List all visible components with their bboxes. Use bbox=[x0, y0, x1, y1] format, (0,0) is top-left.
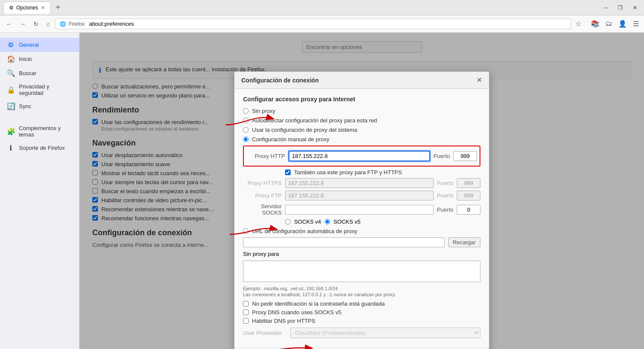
radio-manual-input[interactable] bbox=[243, 137, 249, 142]
sidebar-label-complementos: Complementos y temas bbox=[19, 125, 72, 138]
socks-input[interactable] bbox=[285, 205, 434, 215]
inicio-icon: 🏠 bbox=[7, 55, 15, 63]
proxy-http-port-label: Puerto bbox=[434, 153, 450, 159]
also-ftp-checkbox[interactable] bbox=[285, 170, 291, 175]
url-box[interactable]: 🌐 Firefox about:preferences bbox=[55, 18, 571, 29]
sidebar-label-general: General bbox=[19, 42, 39, 48]
account-icon[interactable]: 👤 bbox=[617, 19, 629, 29]
radio-no-proxy: Sin proxy bbox=[243, 108, 480, 114]
radio-system-label: Usar la configuración de proxy del siste… bbox=[252, 127, 357, 133]
dialog-close-button[interactable]: ✕ bbox=[477, 76, 482, 84]
socks-label: Servidor SOCKS bbox=[243, 203, 282, 216]
sidebar-label-buscar: Buscar bbox=[19, 70, 36, 76]
collections-icon[interactable]: 📚 bbox=[589, 19, 601, 29]
sidebar-label-privacidad: Privacidad y seguridad bbox=[19, 83, 72, 96]
home-button[interactable]: ⌂ bbox=[44, 20, 52, 28]
sidebar-item-soporte[interactable]: ℹ Soporte de Firefox bbox=[0, 141, 79, 155]
https-dns-row: Habilitar DNS por HTTPS bbox=[243, 318, 480, 324]
proxy-ftp-label: Proxy FTP bbox=[243, 192, 282, 199]
url-auto-radio-row: URL de configuración automática de proxy bbox=[243, 228, 480, 234]
restore-button[interactable]: ❐ bbox=[614, 4, 626, 12]
radio-system-input[interactable] bbox=[243, 127, 249, 133]
proxy-ftp-port-label: Puerto bbox=[437, 192, 453, 199]
also-ftp-label: También usa este proxy para FTP y HTTPS bbox=[294, 169, 402, 176]
provider-row: Usar Proveedor Cloudflare (Predeterminad… bbox=[243, 328, 480, 338]
proxy-https-label: Proxy HTTPS bbox=[243, 180, 282, 186]
tab-close-button[interactable]: ✕ bbox=[41, 5, 45, 11]
star-icon[interactable]: ☆ bbox=[574, 19, 583, 29]
https-dns-label: Habilitar DNS por HTTPS bbox=[252, 318, 315, 324]
toolbar-icons: 📚 🗂 👤 ☰ bbox=[589, 19, 641, 29]
url-config-input[interactable] bbox=[243, 237, 445, 247]
proxy-https-port-input bbox=[457, 178, 480, 188]
also-ftp-row: También usa este proxy para FTP y HTTPS bbox=[285, 169, 480, 176]
url-browser-label: Firefox bbox=[69, 21, 85, 27]
tab-bar: ⚙ Opciones ✕ + bbox=[3, 1, 64, 14]
socks-port-input[interactable] bbox=[457, 205, 480, 215]
tab-title: Opciones bbox=[16, 5, 38, 11]
socks-v5-radio[interactable] bbox=[325, 219, 330, 225]
no-id-checkbox[interactable] bbox=[243, 301, 249, 307]
socks-port-label: Puerto bbox=[437, 206, 453, 213]
socks-v4-radio[interactable] bbox=[285, 219, 291, 225]
url-text: about:preferences bbox=[89, 21, 134, 27]
url-auto-radio[interactable] bbox=[243, 228, 249, 234]
reload-button[interactable]: Recargar bbox=[448, 237, 480, 247]
dns-label: Proxy DNS cuando uses SOCKS v5 bbox=[252, 309, 341, 316]
dns-checkbox[interactable] bbox=[243, 310, 249, 315]
url-config-row: Recargar bbox=[243, 237, 480, 247]
radio-manual-label: Configuración manual de proxy bbox=[252, 136, 329, 143]
sidebar-item-sync[interactable]: 🔄 Sync bbox=[0, 99, 79, 113]
radio-auto-detect-label: Autodetectar configuración del proxy par… bbox=[252, 117, 377, 124]
address-bar: ← → ↻ ⌂ 🌐 Firefox about:preferences ☆ 📚 … bbox=[0, 15, 644, 33]
no-proxy-label: Sin proxy para bbox=[243, 251, 480, 257]
dialog-title: Configuración de conexión bbox=[241, 77, 319, 84]
proxy-ftp-input bbox=[285, 191, 434, 200]
socks-v4-label: SOCKS v4 bbox=[294, 219, 321, 225]
menu-icon[interactable]: ☰ bbox=[631, 19, 641, 29]
proxy-http-group: Proxy HTTP Puerto bbox=[243, 146, 480, 167]
dialog-body: Configurar accesos proxy para Internet S… bbox=[234, 89, 489, 348]
provider-label: Usar Proveedor bbox=[243, 330, 286, 336]
proxy-https-row: Proxy HTTPS Puerto bbox=[243, 178, 480, 188]
socks-version-row: SOCKS v4 SOCKS v5 bbox=[285, 219, 480, 225]
sidebar-item-complementos[interactable]: 🧩 Complementos y temas bbox=[0, 122, 79, 141]
browser-titlebar: ⚙ Opciones ✕ + ─ ❐ ✕ bbox=[0, 0, 644, 15]
forward-button[interactable]: → bbox=[17, 20, 28, 28]
url-auto-label: URL de configuración automática de proxy bbox=[252, 228, 357, 234]
proxy-https-input bbox=[285, 178, 434, 188]
example-hint: Ejemplo: .mozilla.org, .net.nz, 192.168.… bbox=[243, 286, 480, 291]
proxy-http-row: Proxy HTTP Puerto bbox=[246, 151, 477, 161]
tab-opciones[interactable]: ⚙ Opciones ✕ bbox=[3, 2, 51, 14]
sidebar-item-inicio[interactable]: 🏠 Inicio bbox=[0, 52, 79, 66]
https-dns-checkbox[interactable] bbox=[243, 318, 249, 324]
proxy-http-input[interactable] bbox=[289, 151, 430, 161]
radio-system: Usar la configuración de proxy del siste… bbox=[243, 127, 480, 133]
sidebar-label-sync: Sync bbox=[19, 103, 31, 109]
sidebar-item-buscar[interactable]: 🔍 Buscar bbox=[0, 66, 79, 80]
dialog-checkboxes: No pedir identificación si la contraseña… bbox=[243, 300, 480, 324]
sidebar-label-inicio: Inicio bbox=[19, 56, 32, 62]
sidebar-item-general[interactable]: ⚙ General bbox=[0, 38, 79, 52]
radio-manual: Configuración manual de proxy bbox=[243, 136, 480, 143]
tabs-icon[interactable]: 🗂 bbox=[604, 19, 614, 29]
socks-v5-label: SOCKS v5 bbox=[334, 219, 361, 225]
proxy-http-label: Proxy HTTP bbox=[246, 153, 285, 159]
no-id-row: No pedir identificación si la contraseña… bbox=[243, 300, 480, 307]
proxy-http-port-input[interactable] bbox=[453, 151, 477, 161]
radio-auto-detect: Autodetectar configuración del proxy par… bbox=[243, 117, 480, 124]
minimize-button[interactable]: ─ bbox=[600, 4, 611, 12]
new-tab-button[interactable]: + bbox=[52, 1, 64, 14]
radio-auto-detect-input[interactable] bbox=[243, 118, 249, 123]
no-proxy-textarea[interactable] bbox=[243, 261, 480, 282]
soporte-icon: ℹ bbox=[7, 144, 15, 152]
back-button[interactable]: ← bbox=[3, 20, 15, 28]
dialog-overlay: Configuración de conexión ✕ Configurar a… bbox=[79, 33, 644, 349]
localhost-hint: Las conexiones a localhost, 127.0.0.1 y … bbox=[243, 292, 480, 297]
tab-icon: ⚙ bbox=[9, 5, 14, 11]
refresh-button[interactable]: ↻ bbox=[31, 20, 41, 28]
radio-no-proxy-input[interactable] bbox=[243, 108, 249, 114]
content-area: ℹ Este ajuste se aplicará a todas las cu… bbox=[79, 33, 644, 349]
close-window-button[interactable]: ✕ bbox=[629, 4, 641, 12]
sidebar-item-privacidad[interactable]: 🔒 Privacidad y seguridad bbox=[0, 80, 79, 99]
